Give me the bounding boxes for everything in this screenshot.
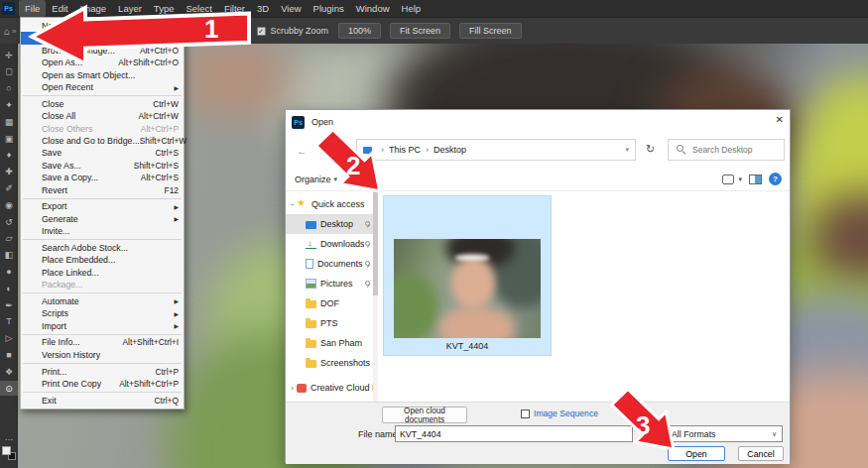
menu-item-export[interactable]: Export▶ bbox=[21, 200, 184, 212]
selected-file-tile[interactable]: KVT_4404 bbox=[383, 195, 552, 356]
crop-tool-icon[interactable]: ▦ bbox=[0, 114, 18, 129]
image-sequence-label: Image Sequence bbox=[534, 409, 598, 418]
sidebar-item-pictures[interactable]: Pictures bbox=[286, 274, 373, 293]
menu-item-automate[interactable]: Automate▶ bbox=[21, 295, 184, 307]
menu-item-print-one-copy[interactable]: Print One CopyAlt+Shift+Ctrl+P bbox=[21, 378, 184, 390]
blur-tool-icon[interactable]: ● bbox=[0, 264, 18, 279]
menu-item-print[interactable]: Print...Ctrl+P bbox=[21, 365, 184, 377]
menu-item-open-as-smart-object[interactable]: Open as Smart Object... bbox=[21, 69, 184, 81]
home-icon[interactable]: ⌂ bbox=[4, 26, 10, 37]
menu-item-close-and-go-to-bridge[interactable]: Close and Go to Bridge...Shift+Ctrl+W bbox=[21, 135, 184, 147]
sidebar-item-downloads[interactable]: Downloads bbox=[286, 234, 373, 254]
file-name-input[interactable] bbox=[395, 425, 633, 442]
menu-item-place-linked[interactable]: Place Linked... bbox=[21, 267, 184, 279]
path-selection-tool-icon[interactable]: ▷ bbox=[0, 331, 18, 346]
quick-selection-tool-icon[interactable]: ✦ bbox=[0, 97, 18, 112]
sidebar-item-dof[interactable]: DOF bbox=[286, 293, 373, 313]
submenu-arrow-icon: ▶ bbox=[174, 203, 179, 210]
help-icon[interactable]: ? bbox=[769, 173, 782, 185]
menu-item-close-all[interactable]: Close AllAlt+Ctrl+W bbox=[21, 110, 184, 122]
search-box[interactable] bbox=[668, 139, 785, 161]
type-tool-icon[interactable]: T bbox=[0, 314, 18, 329]
open-cloud-documents-button[interactable]: Open cloud documents bbox=[382, 407, 467, 423]
zoom-tool-icon[interactable]: ⊙ bbox=[0, 381, 18, 396]
breadcrumb-this-pc[interactable]: This PC bbox=[389, 145, 421, 155]
gradient-tool-icon[interactable]: ◧ bbox=[0, 248, 18, 263]
thumb-blur-shape bbox=[455, 255, 489, 261]
refresh-icon[interactable]: ↻ bbox=[646, 143, 655, 156]
menu-item-exit[interactable]: ExitCtrl+Q bbox=[21, 395, 184, 407]
chevron-collapsed-icon[interactable]: › bbox=[288, 384, 297, 393]
photoshop-logo-icon: Ps bbox=[292, 116, 305, 129]
menu-item-file-info[interactable]: File Info...Alt+Shift+Ctrl+I bbox=[21, 336, 184, 348]
sidebar-item-quick-access[interactable]: ›Quick access bbox=[286, 194, 373, 214]
address-bar[interactable]: › This PC › Desktop ▾ bbox=[356, 139, 636, 161]
file-list[interactable]: KVT_4404 bbox=[378, 191, 790, 402]
eraser-tool-icon[interactable]: ▱ bbox=[0, 231, 18, 246]
color-swatches[interactable] bbox=[2, 446, 16, 460]
menu-item-package[interactable]: Package... bbox=[21, 279, 184, 291]
scrubby-zoom-checkbox[interactable]: ✓ bbox=[257, 27, 266, 36]
chevron-down-icon[interactable]: ▾ bbox=[738, 176, 742, 183]
menu-item-place-embedded[interactable]: Place Embedded... bbox=[21, 254, 184, 266]
image-sequence-option[interactable]: Image Sequence bbox=[521, 409, 598, 418]
format-dropdown[interactable]: All Formats ∨ bbox=[666, 425, 783, 442]
lasso-tool-icon[interactable]: ○ bbox=[0, 81, 18, 96]
chevron-down-icon[interactable]: ▾ bbox=[625, 146, 629, 154]
frame-tool-icon[interactable]: ▣ bbox=[0, 131, 18, 146]
clone-stamp-tool-icon[interactable]: ◉ bbox=[0, 197, 18, 212]
cancel-button[interactable]: Cancel bbox=[738, 446, 784, 461]
move-tool-icon[interactable]: ✛ bbox=[0, 48, 18, 62]
menu-item-open-recent[interactable]: Open Recent▶ bbox=[21, 81, 184, 93]
view-mode-icon[interactable] bbox=[722, 175, 734, 184]
menu-item-save[interactable]: SaveCtrl+S bbox=[21, 147, 184, 159]
preview-pane-icon[interactable] bbox=[749, 175, 762, 184]
sidebar-item-screenshots[interactable]: Screenshots bbox=[286, 353, 373, 373]
sidebar-item-pts[interactable]: PTS bbox=[286, 313, 373, 333]
menubar-item-view[interactable]: View bbox=[275, 0, 307, 17]
menu-item-shortcut: Alt+Ctrl+P bbox=[141, 124, 179, 134]
menu-item-import[interactable]: Import▶ bbox=[21, 319, 184, 331]
sidebar-item-san-pham[interactable]: San Pham bbox=[286, 333, 373, 353]
spot-healing-tool-icon[interactable]: ✚ bbox=[0, 165, 18, 179]
shape-tool-icon[interactable]: ■ bbox=[0, 347, 18, 362]
zoom-100-button[interactable]: 100% bbox=[338, 23, 381, 39]
image-sequence-checkbox[interactable] bbox=[521, 410, 530, 418]
menubar-item-plugins[interactable]: Plugins bbox=[308, 0, 350, 17]
menu-item-search-adobe-stock[interactable]: Search Adobe Stock... bbox=[21, 242, 184, 254]
sidebar-item-documents[interactable]: Documents bbox=[286, 254, 373, 274]
menu-item-save-as[interactable]: Save As...Shift+Ctrl+S bbox=[21, 160, 184, 172]
menu-item-save-a-copy[interactable]: Save a Copy...Alt+Ctrl+S bbox=[21, 172, 184, 183]
menu-item-version-history[interactable]: Version History bbox=[21, 349, 184, 361]
menubar-item-help[interactable]: Help bbox=[396, 0, 428, 17]
menu-item-scripts[interactable]: Scripts▶ bbox=[21, 307, 184, 319]
pen-tool-icon[interactable]: ✒ bbox=[0, 297, 18, 312]
fill-screen-button[interactable]: Fill Screen bbox=[459, 23, 522, 39]
foreground-color-swatch[interactable] bbox=[2, 446, 11, 455]
eyedropper-tool-icon[interactable]: ♦ bbox=[0, 148, 18, 163]
dodge-tool-icon[interactable]: ◐ bbox=[0, 281, 18, 295]
back-icon[interactable]: ← bbox=[297, 145, 308, 157]
menu-item-generate[interactable]: Generate▶ bbox=[21, 213, 184, 225]
menu-item-invite[interactable]: Invite... bbox=[21, 225, 184, 237]
menu-item-close-others[interactable]: Close OthersAlt+Ctrl+P bbox=[21, 123, 184, 135]
folder-icon bbox=[306, 300, 316, 308]
menubar-item-3d[interactable]: 3D bbox=[251, 0, 275, 17]
search-input[interactable] bbox=[690, 144, 770, 156]
chevron-expanded-icon[interactable]: › bbox=[288, 200, 297, 209]
menubar-item-window[interactable]: Window bbox=[350, 0, 396, 17]
rectangular-marquee-tool-icon[interactable]: ◻ bbox=[0, 64, 18, 79]
collapse-chevrons-icon[interactable]: » bbox=[12, 27, 16, 36]
sidebar-item-creative-cloud-f[interactable]: ›Creative Cloud F bbox=[286, 378, 373, 398]
history-brush-tool-icon[interactable]: ↺ bbox=[0, 214, 18, 229]
sidebar-item-desktop[interactable]: Desktop bbox=[286, 214, 373, 234]
hand-tool-icon[interactable]: ❖ bbox=[0, 364, 18, 379]
more-tools-icon[interactable]: … bbox=[0, 432, 18, 442]
breadcrumb-desktop[interactable]: Desktop bbox=[434, 145, 466, 155]
menu-item-close[interactable]: CloseCtrl+W bbox=[21, 98, 184, 110]
brush-tool-icon[interactable]: ✐ bbox=[0, 180, 18, 195]
menu-item-label: Import bbox=[42, 321, 66, 331]
fit-screen-button[interactable]: Fit Screen bbox=[390, 23, 450, 39]
close-icon[interactable]: ✕ bbox=[776, 114, 784, 125]
menu-item-revert[interactable]: RevertF12 bbox=[21, 183, 184, 195]
